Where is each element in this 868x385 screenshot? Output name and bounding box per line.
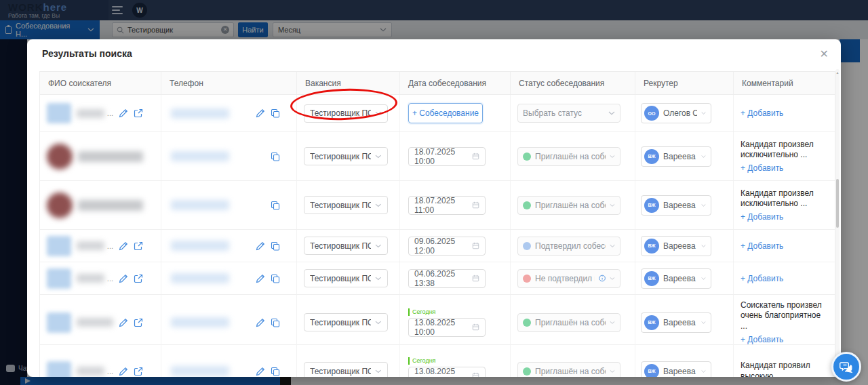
avatar xyxy=(47,236,71,256)
status-select[interactable]: Подтвердил собесед... xyxy=(517,237,620,256)
recruiter-cell: ВЖВареева Ж... xyxy=(635,345,734,377)
edit-icon[interactable] xyxy=(119,274,128,283)
recruiter-select[interactable]: ВЖВареева Ж... xyxy=(641,268,711,289)
calendar-icon xyxy=(472,241,479,250)
phone-cell xyxy=(161,295,297,350)
copy-icon[interactable] xyxy=(271,152,280,161)
interview-date-value: 09.06.2025 12:00 xyxy=(414,237,468,256)
chevron-down-icon xyxy=(701,244,706,248)
add-comment-link[interactable]: + Добавить xyxy=(741,335,783,344)
edit-icon[interactable] xyxy=(256,318,265,327)
add-interview-button[interactable]: + Собеседование xyxy=(408,103,483,123)
interview-date-input[interactable]: 18.07.2025 10:00 xyxy=(408,147,486,166)
chevron-down-icon xyxy=(701,111,706,115)
scroll-up-icon[interactable]: ▲ xyxy=(835,70,840,75)
modal-title: Результаты поиска xyxy=(42,48,132,59)
vacancy-select[interactable]: Тестировщик ПО xyxy=(304,104,388,123)
edit-icon[interactable] xyxy=(119,241,128,251)
status-cell: Приглашён на собесе... xyxy=(511,295,635,350)
add-comment-link[interactable]: + Добавить xyxy=(741,163,783,173)
comment-text: Кандидат проявил высокую ... xyxy=(741,361,828,377)
phone-blurred xyxy=(171,241,229,251)
edit-icon[interactable] xyxy=(256,108,265,118)
status-dot xyxy=(523,367,531,376)
copy-icon[interactable] xyxy=(271,274,280,283)
open-link-icon[interactable] xyxy=(134,318,143,327)
copy-icon[interactable] xyxy=(271,318,280,327)
status-select[interactable]: Приглашён на собесе... xyxy=(517,147,620,166)
add-comment-link[interactable]: + Добавить xyxy=(741,212,783,222)
copy-icon[interactable] xyxy=(271,108,280,118)
add-comment-link[interactable]: + Добавить xyxy=(741,241,783,251)
recruiter-name: Вареева Ж... xyxy=(663,274,697,283)
chat-fab-button[interactable] xyxy=(831,352,861,382)
date-cell: 04.06.2025 13:38 xyxy=(400,262,511,294)
chevron-down-icon xyxy=(610,244,615,248)
recruiter-select[interactable]: ВЖВареева Ж... xyxy=(641,146,711,167)
comment-cell: Кандидат проявил высокую ... xyxy=(734,345,835,377)
status-select[interactable]: Приглашён на собесе... xyxy=(517,196,620,215)
vacancy-value: Тестировщик ПО xyxy=(310,274,371,283)
recruiter-select[interactable]: ОООлегов Олег xyxy=(641,103,711,123)
recruiter-select[interactable]: ВЖВареева Ж... xyxy=(641,195,711,216)
edit-icon[interactable] xyxy=(256,241,265,251)
chevron-down-icon xyxy=(610,277,615,281)
interview-date-input[interactable]: 09.06.2025 12:00 xyxy=(408,237,486,256)
close-icon[interactable]: ✕ xyxy=(817,45,831,63)
copy-icon[interactable] xyxy=(271,367,280,376)
column-header: Вакансия xyxy=(297,72,400,94)
vacancy-select[interactable]: Тестировщик ПО xyxy=(304,147,388,165)
status-select[interactable]: Не подтвердил вы... xyxy=(517,269,620,288)
copy-icon[interactable] xyxy=(271,201,280,210)
vacancy-select[interactable]: Тестировщик ПО xyxy=(304,313,388,331)
name-ellipsis: ... xyxy=(107,109,113,117)
edit-icon[interactable] xyxy=(119,108,128,118)
open-link-icon[interactable] xyxy=(134,274,143,283)
edit-icon[interactable] xyxy=(256,367,265,376)
open-link-icon[interactable] xyxy=(134,367,143,376)
status-cell: Выбрать статус xyxy=(511,95,635,131)
recruiter-select[interactable]: ВЖВареева Ж... xyxy=(641,361,711,378)
info-icon[interactable] xyxy=(599,274,606,283)
status-select[interactable]: Приглашён на собесе... xyxy=(517,362,620,378)
status-select[interactable]: Выбрать статус xyxy=(517,104,620,123)
modal-scrollbar[interactable]: ▲ xyxy=(835,69,840,376)
add-comment-link[interactable]: + Добавить xyxy=(741,108,783,118)
vacancy-select[interactable]: Тестировщик ПО xyxy=(304,362,388,377)
interview-date-input[interactable]: 04.06.2025 13:38 xyxy=(408,269,486,288)
table-body: ...Тестировщик ПО+ СобеседованиеВыбрать … xyxy=(40,95,835,377)
vacancy-value: Тестировщик ПО xyxy=(310,108,371,118)
edit-icon[interactable] xyxy=(119,318,128,327)
vacancy-select[interactable]: Тестировщик ПО xyxy=(304,269,388,287)
status-cell: Приглашён на собесе... xyxy=(511,345,635,377)
scrollbar-thumb[interactable] xyxy=(836,179,839,228)
interview-date-value: 13.08.2025 12:00 xyxy=(414,367,468,378)
interview-date-input[interactable]: 13.08.2025 12:00 xyxy=(408,367,486,378)
date-cell: Сегодня13.08.2025 10:00 xyxy=(400,295,511,350)
status-select[interactable]: Приглашён на собесе... xyxy=(517,313,620,332)
add-comment-link[interactable]: + Добавить xyxy=(741,274,783,283)
recruiter-avatar: ОО xyxy=(644,106,659,121)
copy-icon[interactable] xyxy=(271,241,280,251)
interview-date-input[interactable]: 18.07.2025 11:00 xyxy=(408,196,486,215)
comment-text: Кандидат произвел исключительно ... xyxy=(741,188,828,209)
edit-icon[interactable] xyxy=(256,274,265,283)
name-actions xyxy=(119,318,143,327)
vacancy-value: Тестировщик ПО xyxy=(310,241,371,251)
status-value: Приглашён на собесе... xyxy=(535,152,606,161)
interview-date-input[interactable]: 13.08.2025 10:00 xyxy=(408,318,486,337)
phone-cell xyxy=(161,262,297,294)
vacancy-cell: Тестировщик ПО xyxy=(297,262,400,294)
avatar xyxy=(47,103,71,123)
vacancy-select[interactable]: Тестировщик ПО xyxy=(304,237,388,255)
recruiter-select[interactable]: ВЖВареева Ж... xyxy=(641,312,711,333)
edit-icon[interactable] xyxy=(119,367,128,376)
vacancy-value: Тестировщик ПО xyxy=(310,367,371,376)
status-dot xyxy=(523,319,531,327)
recruiter-select[interactable]: ВЖВареева Ж... xyxy=(641,236,711,256)
status-cell: Подтвердил собесед... xyxy=(511,230,635,262)
applicant-cell: ... xyxy=(40,230,161,262)
vacancy-select[interactable]: Тестировщик ПО xyxy=(304,196,388,214)
open-link-icon[interactable] xyxy=(134,241,143,251)
open-link-icon[interactable] xyxy=(134,108,143,118)
